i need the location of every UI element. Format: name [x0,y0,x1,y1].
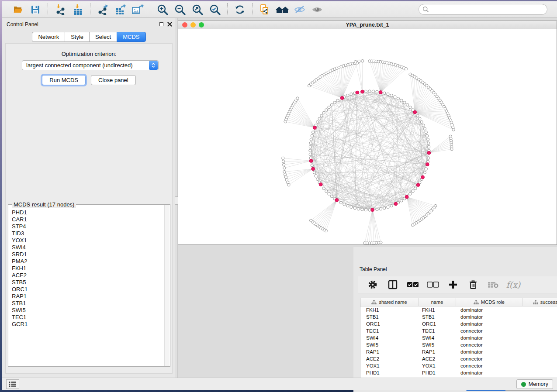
mcds-list-scrollbar[interactable] [164,205,170,366]
optimization-criterion-label: Optimization criterion: [6,51,172,57]
table-toolbar: f(x) [358,276,557,293]
column-header[interactable]: name [419,298,456,306]
tab-style[interactable]: Style [65,32,90,42]
list-item[interactable]: CAR1 [12,216,164,223]
column-header[interactable]: shared name [360,298,419,306]
list-item[interactable]: TID3 [12,230,164,237]
list-item[interactable]: STB5 [12,279,164,286]
network-titlebar[interactable]: YPA_prune.txt_1 [178,21,557,29]
column-header[interactable]: successor nodes [522,298,557,306]
view-group [252,3,329,16]
criterion-value: largest connected component (undirected) [22,62,149,69]
search-icon [422,6,429,13]
mcds-result-box: MCDS result (17 nodes) PHD1CAR1STP4TID3Y… [8,204,170,367]
list-item[interactable]: ORC1 [12,286,164,293]
close-panel-button[interactable]: Close panel [91,75,136,85]
tab-network[interactable]: Network [32,32,65,42]
function-builder-button[interactable]: f(x) [506,278,521,291]
network-window: YPA_prune.txt_1 [178,21,557,245]
table-row[interactable]: SWI5SWI5connector431 [360,341,557,348]
show-all-button[interactable] [310,3,325,16]
list-item[interactable]: RAP1 [12,293,164,300]
list-icon [9,381,17,387]
export-table-button[interactable] [113,3,128,16]
export-network-button[interactable] [95,3,110,16]
list-item[interactable]: SRD1 [12,251,164,258]
export-group [90,3,150,16]
zoom-selected-button[interactable] [208,3,222,16]
refresh-button[interactable] [232,3,247,16]
delete-column-button[interactable] [466,278,481,291]
list-item[interactable]: TEC1 [12,314,164,321]
mcds-result-title: MCDS result (17 nodes) [12,201,76,208]
close-panel-icon[interactable] [167,22,172,27]
search-input[interactable] [429,5,547,14]
memory-button[interactable]: Memory [516,379,553,389]
mcds-result-list: PHD1CAR1STP4TID3YOX1SWI4SRD1PMA2FKH1ACE2… [9,208,164,366]
run-mcds-button[interactable]: Run MCDS [42,75,86,85]
node-layer[interactable] [282,59,455,244]
table-row[interactable]: STB1STB1dominator620 [360,313,557,320]
search-field[interactable] [419,4,547,15]
zoom-fit-button[interactable] [190,3,205,16]
add-column-button[interactable] [446,278,460,291]
list-item[interactable]: YOX1 [12,237,164,244]
table-row[interactable]: ORC1ORC1dominator610 [360,320,557,327]
table-row[interactable]: ACE2ACE2connector311 [360,355,557,362]
network-canvas[interactable] [178,29,557,244]
table-row[interactable]: PHD1PHD1dominator180 [360,369,557,376]
table-row[interactable]: YOX1YOX1connector291 [360,362,557,369]
workspace: YPA_prune.txt_1 Table Panel [178,18,557,378]
list-item[interactable]: STB1 [12,300,164,307]
zoom-in-button[interactable] [155,3,170,16]
memory-label: Memory [529,381,548,387]
mcds-panel: Optimization criterion: largest connecte… [5,43,173,374]
open-file-button[interactable] [10,3,25,16]
file-group [6,3,48,16]
export-image-button[interactable] [130,3,145,16]
table-row[interactable]: TEC1TEC1connector472 [360,327,557,334]
list-item[interactable]: GCR1 [12,321,164,328]
table-settings-button[interactable] [365,278,380,291]
deselect-all-button[interactable] [426,278,440,291]
table-row[interactable]: SWI4SWI4dominator462 [360,334,557,341]
table-panel: Table Panel [353,247,557,392]
control-panel: Control Panel NetworkStyleSelectMCDS Opt… [2,18,176,378]
new-network-from-selection-button[interactable] [257,3,272,16]
list-item[interactable]: FKH1 [12,265,164,272]
import-table-button[interactable] [70,3,85,16]
table-row[interactable]: RAP1RAP1dominator352 [360,348,557,355]
first-neighbors-button[interactable] [275,3,290,16]
list-item[interactable]: SWI4 [12,244,164,251]
refresh-group [227,3,252,16]
save-session-button[interactable] [28,3,43,16]
float-panel-icon[interactable] [159,22,163,26]
list-item[interactable]: STP4 [12,223,164,230]
memory-status-icon [521,382,526,387]
list-item[interactable]: PMA2 [12,258,164,265]
dropdown-stepper-icon [149,61,158,70]
tab-mcds[interactable]: MCDS [117,32,145,42]
hide-selected-button[interactable] [292,3,307,16]
zoom-out-button[interactable] [173,3,187,16]
control-panel-title: Control Panel [7,21,38,28]
column-header[interactable]: MCDS role [456,298,522,306]
table-body: FKH1FKH1dominator962STB1STB1dominator620… [360,306,557,376]
import-group [48,3,90,16]
list-item[interactable]: SWI5 [12,307,164,314]
criterion-dropdown[interactable]: largest connected component (undirected) [22,60,159,70]
node-table: shared namenameMCDS rolesuccessor nodesp… [360,298,557,379]
list-item[interactable]: ACE2 [12,272,164,279]
tab-select[interactable]: Select [89,32,117,42]
select-all-button[interactable] [405,278,420,291]
status-bar: Memory [2,378,557,390]
split-view-button[interactable] [385,278,400,291]
task-history-button[interactable] [6,379,19,389]
fx-label: f(x) [506,280,521,289]
list-item[interactable]: PHD1 [12,209,164,216]
control-panel-tabs: NetworkStyleSelectMCDS [2,32,176,42]
table-row[interactable]: FKH1FKH1dominator962 [360,306,557,313]
import-network-button[interactable] [53,3,68,16]
delete-table-button[interactable] [486,278,501,291]
search-area [419,4,547,15]
